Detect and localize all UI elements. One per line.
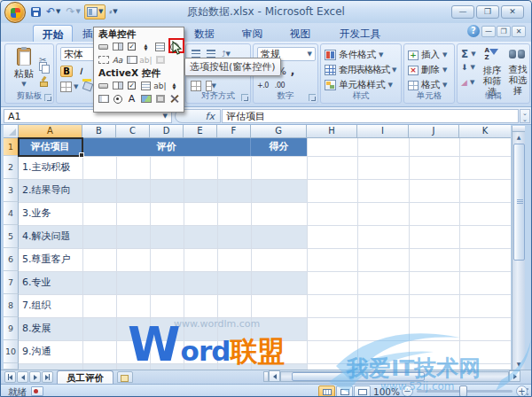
activex-command-button-icon[interactable] <box>97 80 110 92</box>
form-combo-box-icon[interactable] <box>111 41 124 53</box>
activex-check-box-icon[interactable]: ✓ <box>125 80 138 92</box>
zoom-thumb[interactable] <box>459 385 467 397</box>
sort-filter-button[interactable]: AZ 排序和筛选 <box>479 47 504 97</box>
normal-view-button[interactable] <box>318 385 335 397</box>
workbook-restore-button[interactable]: ❐ <box>497 26 511 37</box>
cell-styles-button[interactable]: 单元格样式▼ <box>325 79 393 91</box>
form-label-icon[interactable]: Aa <box>111 54 124 66</box>
activex-option-button-icon[interactable] <box>111 93 124 105</box>
next-sheet-button[interactable] <box>29 371 41 383</box>
clipboard-dialog-launcher[interactable] <box>44 94 51 101</box>
workbook-minimize-button[interactable]: — <box>481 26 496 37</box>
delete-cells-button[interactable]: ×删除▼ <box>408 64 447 76</box>
close-button[interactable]: ✕ <box>501 5 524 19</box>
cell-a3[interactable]: 2.结果导向 <box>22 179 155 202</box>
column-header-d[interactable]: D <box>150 125 184 138</box>
activex-toggle-icon[interactable] <box>153 93 167 105</box>
form-scroll-bar-icon[interactable] <box>125 54 138 66</box>
cell-a5[interactable]: 4.解决问题 <box>22 225 155 248</box>
expand-formula-bar-button[interactable]: ⌄⌄ <box>520 109 530 123</box>
sheet-tab-active[interactable]: 员工评价 <box>57 370 113 384</box>
italic-button[interactable]: I <box>74 66 87 77</box>
format-cells-button[interactable]: 格式▼ <box>408 79 447 91</box>
horizontal-scroll-thumb[interactable] <box>292 372 425 381</box>
scroll-up-arrow[interactable]: ▲ <box>512 132 525 142</box>
previous-sheet-button[interactable] <box>17 371 28 383</box>
cell-a4[interactable]: 3.业务 <box>22 202 155 225</box>
decrease-decimal-button[interactable]: .00 <box>275 82 285 90</box>
horizontal-scrollbar[interactable] <box>263 370 520 382</box>
insert-cells-button[interactable]: +插入▼ <box>408 49 447 61</box>
resize-grip[interactable] <box>520 386 530 397</box>
column-header-k[interactable]: K <box>459 125 511 138</box>
insert-worksheet-button[interactable] <box>117 371 133 383</box>
conditional-formatting-button[interactable]: 条件格式▼ <box>325 49 383 61</box>
borders-button[interactable]: ▼ <box>60 82 78 92</box>
paste-button[interactable]: 粘贴 ▼ <box>11 48 37 94</box>
scroll-down-arrow[interactable]: ▼ <box>512 359 525 369</box>
row-header-5[interactable]: 5 <box>4 225 19 248</box>
cell-b1-f1-merged[interactable]: 评价 <box>82 138 251 156</box>
cell-a6[interactable]: 5.尊重客户 <box>22 248 155 271</box>
format-as-table-button[interactable]: 套用表格格式▼ <box>325 64 396 76</box>
form-check-box-icon[interactable]: ✓ <box>125 41 138 53</box>
row-header-11[interactable] <box>4 363 19 370</box>
vertical-scroll-thumb[interactable] <box>513 144 525 261</box>
comma-button[interactable]: , <box>291 65 295 77</box>
minimize-button[interactable]: — <box>451 5 474 19</box>
column-header-g[interactable]: G <box>251 125 307 138</box>
activex-spin-button-icon[interactable]: ▲▼ <box>168 80 181 92</box>
autosum-button[interactable]: Σ▼ <box>461 48 476 60</box>
column-header-f[interactable]: F <box>217 125 251 138</box>
cell-a7[interactable]: 6.专业 <box>22 271 155 294</box>
bold-button[interactable]: B <box>60 66 73 77</box>
scroll-left-arrow[interactable] <box>269 370 280 382</box>
formula-input[interactable]: 评估项目 <box>222 109 519 123</box>
vertical-scrollbar[interactable]: ▲ ▼ <box>512 126 525 370</box>
find-select-button[interactable]: 查找和选择 <box>505 47 529 96</box>
form-list-box-icon[interactable] <box>153 41 167 53</box>
row-header-8[interactable]: 8 <box>4 294 19 317</box>
row-header-1[interactable]: 1 <box>4 138 19 156</box>
row-header-3[interactable]: 3 <box>4 179 19 202</box>
alignment-dialog-launcher[interactable] <box>241 94 248 101</box>
workbook-close-button[interactable]: ✕ <box>512 26 526 37</box>
zoom-out-button[interactable]: − <box>402 385 413 397</box>
increase-decimal-button[interactable]: +.0 <box>257 82 269 90</box>
last-sheet-button[interactable] <box>42 371 53 383</box>
form-spin-button-icon[interactable]: ▲▼ <box>139 41 153 53</box>
restore-button[interactable]: ❐ <box>476 5 499 19</box>
activex-label-icon[interactable]: A <box>125 93 138 105</box>
tab-view[interactable]: 视图 <box>281 25 319 43</box>
cell-a8[interactable]: 7.组织 <box>22 294 155 317</box>
activex-combo-box-icon[interactable] <box>111 80 124 92</box>
form-button-icon[interactable] <box>97 41 110 53</box>
fill-button[interactable]: ⬇▼ <box>461 63 475 72</box>
column-header-b[interactable]: B <box>82 125 116 138</box>
row-header-4[interactable]: 4 <box>4 202 19 225</box>
column-header-h[interactable]: H <box>307 125 357 138</box>
zoom-level[interactable]: 100% <box>373 386 400 397</box>
form-group-box-icon[interactable] <box>97 54 110 66</box>
select-all-corner[interactable] <box>4 125 19 138</box>
record-macro-button[interactable] <box>31 386 43 396</box>
number-dialog-launcher[interactable] <box>309 94 316 101</box>
page-break-view-button[interactable] <box>354 385 371 397</box>
clear-button[interactable]: ◢▼ <box>461 78 474 87</box>
activex-text-box-icon[interactable]: ab| <box>153 80 167 92</box>
tab-review[interactable]: 审阅 <box>233 25 271 43</box>
row-header-10[interactable]: 10 <box>4 340 19 363</box>
tab-data[interactable]: 数据 <box>185 25 223 43</box>
column-header-e[interactable]: E <box>184 125 217 138</box>
row-header-6[interactable]: 6 <box>4 248 19 271</box>
first-sheet-button[interactable] <box>4 371 16 383</box>
tab-home[interactable]: 开始 <box>33 25 73 43</box>
activex-list-box-icon[interactable] <box>139 80 153 92</box>
column-header-a[interactable]: A <box>19 125 82 138</box>
row-header-2[interactable]: 2 <box>4 156 19 179</box>
tab-developer[interactable]: 开发工具 <box>331 25 389 43</box>
activex-scroll-bar-icon[interactable] <box>97 93 110 105</box>
row-header-7[interactable]: 7 <box>4 271 19 294</box>
horizontal-scroll-track[interactable] <box>280 371 509 382</box>
column-header-i[interactable]: I <box>357 125 409 138</box>
